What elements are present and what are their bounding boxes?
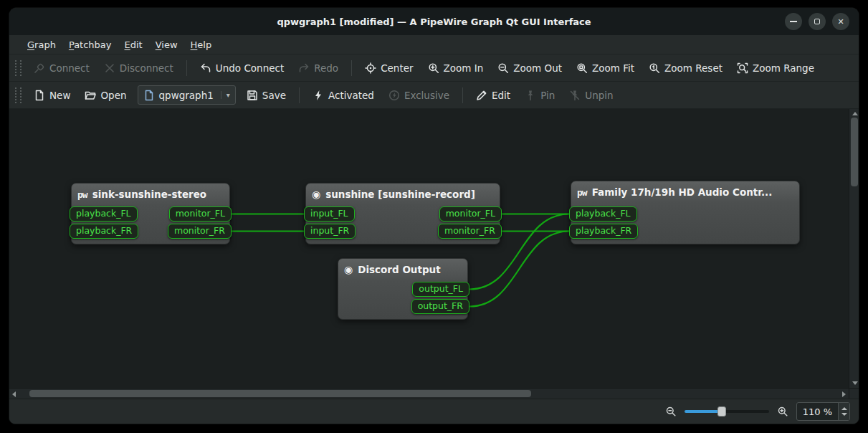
unpin-button[interactable]: Unpin: [563, 85, 619, 105]
port-monitor-fr[interactable]: monitor_FR: [438, 224, 502, 239]
unpin-label: Unpin: [585, 90, 613, 101]
scroll-down-arrow[interactable]: [852, 381, 858, 385]
toolbar-separator: [351, 60, 352, 76]
exclusive-button[interactable]: Exclusive: [382, 85, 456, 105]
zoom-value[interactable]: 110 %: [797, 406, 838, 417]
pin-label: Pin: [540, 90, 555, 101]
port-playback-fr[interactable]: playback_FR: [569, 224, 638, 239]
zoom-in-button[interactable]: Zoom In: [421, 58, 490, 78]
graph-node-family-audio[interactable]: Family 17h/19h HD Audio Contr... playbac…: [571, 181, 800, 244]
toolbar-separator: [299, 87, 300, 103]
port-monitor-fl[interactable]: monitor_FL: [439, 206, 502, 222]
port-playback-fl[interactable]: playback_FL: [569, 206, 637, 222]
zoom-out-label: Zoom Out: [513, 62, 562, 74]
spin-up-arrow[interactable]: [841, 407, 847, 410]
graph-canvas[interactable]: sink-sunshine-stereo playback_FL monitor…: [9, 109, 849, 388]
horizontal-scrollbar-track[interactable]: [19, 389, 839, 399]
node-title: Discord Output: [358, 264, 440, 275]
titlebar[interactable]: qpwgraph1 [modified] — A PipeWire Graph …: [9, 8, 859, 35]
statusbar: 110 %: [9, 399, 859, 424]
port-playback-fr[interactable]: playback_FR: [70, 224, 138, 239]
center-button[interactable]: Center: [358, 58, 419, 78]
activated-button[interactable]: Activated: [306, 85, 381, 105]
minimize-button[interactable]: [785, 13, 802, 30]
scroll-up-arrow[interactable]: [852, 112, 858, 115]
graph-node-sink-sunshine-stereo[interactable]: sink-sunshine-stereo playback_FL monitor…: [71, 183, 230, 244]
node-title: Family 17h/19h HD Audio Contr...: [592, 186, 773, 198]
edit-button[interactable]: Edit: [469, 85, 517, 105]
zoom-spinbox[interactable]: 110 %: [796, 402, 850, 421]
graph-node-sunshine[interactable]: sunshine [sunshine-record] input_FL moni…: [305, 183, 500, 244]
canvas-row: sink-sunshine-stereo playback_FL monitor…: [9, 109, 859, 388]
zoom-out-icon: [497, 62, 509, 74]
port-input-fl[interactable]: input_FL: [304, 206, 355, 222]
chevron-down-icon: ▾: [221, 91, 230, 99]
port-output-fl[interactable]: output_FL: [412, 282, 469, 297]
port-monitor-fl[interactable]: monitor_FL: [169, 206, 232, 222]
media-record-icon: [312, 189, 320, 199]
maximize-icon: [814, 19, 820, 24]
disconnect-label: Disconnect: [120, 62, 173, 74]
spin-down-arrow[interactable]: [841, 413, 847, 416]
pipewire-icon: [577, 188, 587, 197]
zoom-fit-label: Zoom Fit: [592, 62, 634, 74]
port-output-fr[interactable]: output_FR: [411, 299, 469, 314]
horizontal-scrollbar[interactable]: [9, 388, 859, 399]
maximize-button[interactable]: [809, 13, 826, 30]
connect-button[interactable]: Connect: [27, 58, 96, 78]
node-title: sunshine [sunshine-record]: [325, 189, 475, 200]
pipewire-icon: [77, 190, 87, 199]
graph-node-discord-output[interactable]: Discord Output output_FL output_FR: [338, 258, 468, 320]
connect-icon: [34, 62, 45, 74]
undo-connect-button[interactable]: Undo Connect: [194, 58, 290, 78]
node-header: sunshine [sunshine-record]: [312, 187, 494, 201]
vertical-scrollbar[interactable]: [849, 109, 859, 388]
graph-toolbar: Connect Disconnect Undo Connect Redo Cen…: [9, 54, 859, 82]
node-title: sink-sunshine-stereo: [92, 189, 207, 200]
port-input-fr[interactable]: input_FR: [304, 224, 356, 239]
zoom-in-icon[interactable]: [777, 406, 788, 417]
toolbar-separator: [462, 87, 463, 103]
port-monitor-fr[interactable]: monitor_FR: [168, 224, 232, 239]
media-record-icon: [344, 265, 353, 275]
minimize-icon: [790, 21, 797, 22]
zoom-slider[interactable]: [685, 406, 769, 417]
menu-help[interactable]: Help: [184, 37, 219, 52]
toolbar-drag-handle[interactable]: [15, 87, 22, 103]
save-icon: [247, 90, 258, 101]
zoom-reset-label: Zoom Reset: [664, 62, 722, 74]
zoom-reset-button[interactable]: Zoom Reset: [642, 58, 729, 78]
exclusive-label: Exclusive: [404, 90, 449, 101]
redo-button[interactable]: Redo: [292, 58, 345, 78]
menu-edit[interactable]: Edit: [118, 37, 149, 52]
new-file-icon: [34, 90, 45, 101]
scroll-right-button[interactable]: [839, 389, 849, 399]
zoom-slider-handle[interactable]: [717, 406, 726, 417]
disconnect-button[interactable]: Disconnect: [97, 58, 180, 78]
vertical-scrollbar-thumb[interactable]: [851, 118, 858, 186]
zoom-out-icon[interactable]: [665, 406, 677, 417]
zoom-out-button[interactable]: Zoom Out: [491, 58, 568, 78]
zoom-fit-button[interactable]: Zoom Fit: [570, 58, 641, 78]
node-header: Discord Output: [344, 262, 462, 277]
port-playback-fl[interactable]: playback_FL: [70, 206, 138, 222]
session-toolbar: New Open qpwgraph1 ▾ Save Activated Excl…: [9, 82, 859, 109]
save-button[interactable]: Save: [240, 85, 292, 105]
zoom-range-label: Zoom Range: [753, 62, 814, 74]
open-button[interactable]: Open: [78, 85, 133, 105]
horizontal-scrollbar-thumb[interactable]: [29, 390, 531, 397]
zoom-in-icon: [428, 62, 439, 74]
zoom-slider-fill: [685, 410, 722, 413]
menu-graph[interactable]: Graph: [21, 37, 62, 52]
session-combobox[interactable]: qpwgraph1 ▾: [138, 85, 236, 105]
menu-patchbay[interactable]: Patchbay: [62, 37, 118, 52]
new-label: New: [49, 90, 70, 101]
zoom-range-button[interactable]: Zoom Range: [730, 58, 821, 78]
toolbar-drag-handle[interactable]: [15, 60, 22, 76]
pin-button[interactable]: Pin: [518, 85, 561, 105]
scroll-left-button[interactable]: [9, 389, 19, 399]
menu-view[interactable]: View: [149, 37, 184, 52]
undo-connect-label: Undo Connect: [216, 62, 284, 74]
new-button[interactable]: New: [27, 85, 77, 105]
close-button[interactable]: ✕: [832, 13, 849, 30]
